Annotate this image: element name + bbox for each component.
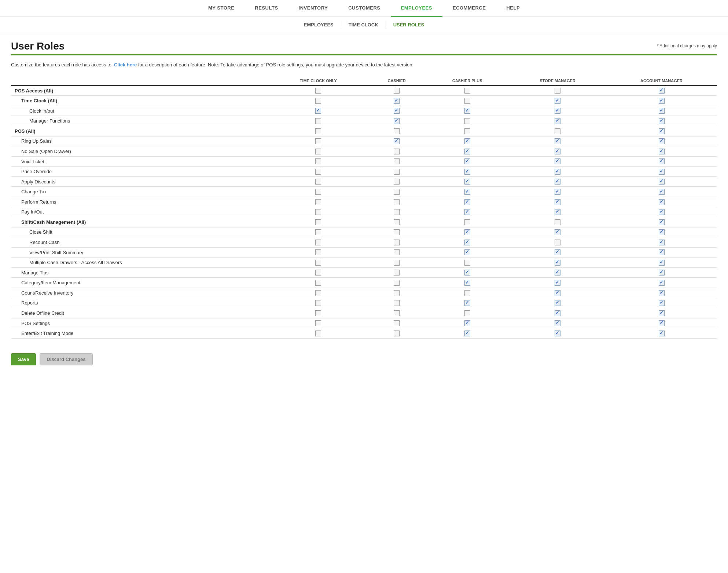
checkbox-cell[interactable] [425, 278, 509, 288]
checkbox-sm[interactable] [555, 229, 560, 235]
checkbox-cell[interactable] [509, 267, 606, 278]
checkbox-cell[interactable] [606, 288, 717, 298]
checkbox-cell[interactable] [606, 197, 717, 207]
checkbox-ca[interactable] [394, 199, 400, 205]
checkbox-cell[interactable] [368, 167, 425, 177]
checkbox-cell[interactable] [268, 298, 368, 308]
checkbox-cell[interactable] [606, 328, 717, 339]
checkbox-cell[interactable] [268, 318, 368, 328]
checkbox-cell[interactable] [425, 267, 509, 278]
checkbox-ca[interactable] [394, 88, 400, 94]
checkbox-cell[interactable] [268, 278, 368, 288]
checkbox-cell[interactable] [425, 227, 509, 237]
checkbox-tc[interactable] [315, 128, 321, 134]
checkbox-tc[interactable] [315, 249, 321, 255]
checkbox-cell[interactable] [606, 217, 717, 227]
checkbox-sm[interactable] [555, 219, 560, 225]
checkbox-tc[interactable] [315, 229, 321, 235]
checkbox-ca[interactable] [394, 320, 400, 326]
checkbox-tc[interactable] [315, 290, 321, 296]
sub-nav-item-employees[interactable]: EMPLOYEES [297, 21, 341, 29]
checkbox-cell[interactable] [268, 247, 368, 258]
checkbox-sm[interactable] [555, 179, 560, 185]
checkbox-am[interactable] [659, 290, 665, 296]
checkbox-cell[interactable] [509, 187, 606, 197]
checkbox-cell[interactable] [509, 227, 606, 237]
checkbox-cp[interactable] [464, 179, 470, 185]
checkbox-sm[interactable] [555, 138, 560, 144]
checkbox-cell[interactable] [425, 116, 509, 126]
checkbox-cell[interactable] [509, 278, 606, 288]
checkbox-sm[interactable] [555, 118, 560, 124]
checkbox-cp[interactable] [464, 138, 470, 144]
checkbox-am[interactable] [659, 331, 665, 336]
checkbox-cell[interactable] [425, 176, 509, 187]
checkbox-sm[interactable] [555, 88, 560, 94]
checkbox-sm[interactable] [555, 108, 560, 114]
checkbox-cp[interactable] [464, 88, 470, 94]
checkbox-tc[interactable] [315, 331, 321, 336]
checkbox-cell[interactable] [509, 197, 606, 207]
checkbox-cell[interactable] [268, 136, 368, 146]
checkbox-cell[interactable] [368, 328, 425, 339]
checkbox-cell[interactable] [606, 126, 717, 136]
checkbox-cell[interactable] [268, 308, 368, 318]
checkbox-cp[interactable] [464, 260, 470, 266]
checkbox-cp[interactable] [464, 290, 470, 296]
checkbox-am[interactable] [659, 300, 665, 306]
description-link[interactable]: Click here [114, 62, 137, 67]
checkbox-tc[interactable] [315, 169, 321, 175]
checkbox-cell[interactable] [606, 247, 717, 258]
checkbox-cell[interactable] [268, 85, 368, 96]
checkbox-cell[interactable] [268, 146, 368, 157]
checkbox-cp[interactable] [464, 199, 470, 205]
checkbox-cell[interactable] [368, 318, 425, 328]
checkbox-cell[interactable] [509, 85, 606, 96]
checkbox-cell[interactable] [606, 278, 717, 288]
checkbox-am[interactable] [659, 138, 665, 144]
checkbox-cell[interactable] [268, 328, 368, 339]
checkbox-am[interactable] [659, 189, 665, 195]
checkbox-cell[interactable] [368, 278, 425, 288]
checkbox-ca[interactable] [394, 310, 400, 316]
checkbox-cell[interactable] [368, 227, 425, 237]
checkbox-sm[interactable] [555, 280, 560, 286]
checkbox-ca[interactable] [394, 108, 400, 114]
checkbox-sm[interactable] [555, 300, 560, 306]
checkbox-tc[interactable] [315, 149, 321, 154]
checkbox-cell[interactable] [509, 207, 606, 217]
checkbox-tc[interactable] [315, 199, 321, 205]
checkbox-cell[interactable] [606, 167, 717, 177]
checkbox-cp[interactable] [464, 98, 470, 104]
checkbox-cell[interactable] [368, 258, 425, 268]
checkbox-cell[interactable] [606, 318, 717, 328]
checkbox-tc[interactable] [315, 240, 321, 245]
checkbox-cp[interactable] [464, 331, 470, 336]
checkbox-cell[interactable] [606, 116, 717, 126]
checkbox-cell[interactable] [606, 298, 717, 308]
checkbox-cp[interactable] [464, 310, 470, 316]
checkbox-ca[interactable] [394, 158, 400, 164]
checkbox-sm[interactable] [555, 260, 560, 266]
checkbox-ca[interactable] [394, 290, 400, 296]
checkbox-cell[interactable] [268, 217, 368, 227]
checkbox-cell[interactable] [368, 217, 425, 227]
checkbox-cell[interactable] [606, 187, 717, 197]
checkbox-cell[interactable] [425, 146, 509, 157]
checkbox-cell[interactable] [509, 176, 606, 187]
checkbox-sm[interactable] [555, 189, 560, 195]
checkbox-am[interactable] [659, 209, 665, 215]
checkbox-cp[interactable] [464, 189, 470, 195]
checkbox-tc[interactable] [315, 209, 321, 215]
checkbox-cell[interactable] [509, 167, 606, 177]
sub-nav-item-user-roles[interactable]: USER ROLES [386, 21, 432, 29]
checkbox-sm[interactable] [555, 169, 560, 175]
checkbox-cell[interactable] [368, 96, 425, 106]
checkbox-cell[interactable] [425, 156, 509, 167]
checkbox-cp[interactable] [464, 149, 470, 154]
checkbox-cell[interactable] [368, 136, 425, 146]
checkbox-cell[interactable] [268, 187, 368, 197]
checkbox-cp[interactable] [464, 229, 470, 235]
checkbox-cell[interactable] [368, 247, 425, 258]
checkbox-cell[interactable] [425, 237, 509, 248]
